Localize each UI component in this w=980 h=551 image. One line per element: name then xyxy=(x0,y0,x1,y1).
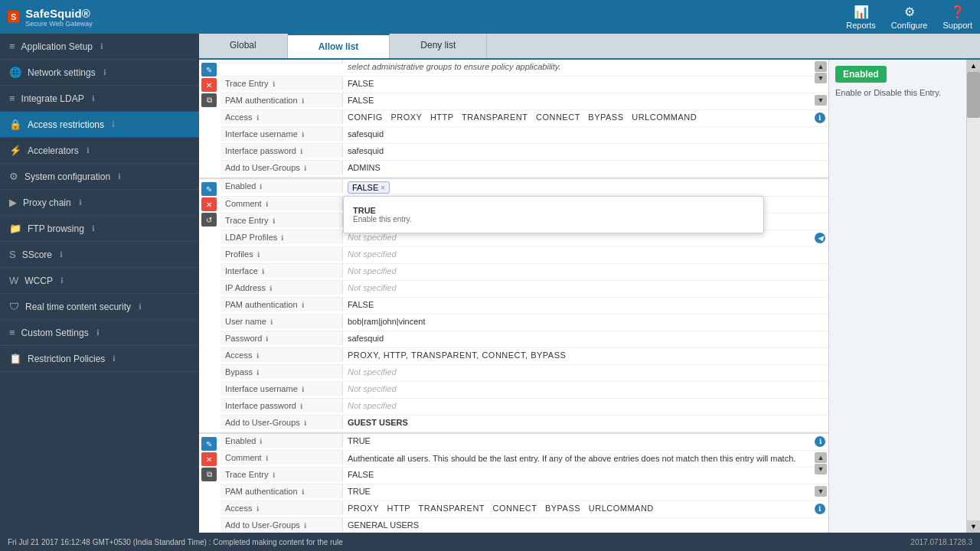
tab-global[interactable]: Global xyxy=(199,34,288,58)
sidebar-item-proxy-chain[interactable]: ▶ Proxy chain ℹ xyxy=(0,190,199,216)
sidebar-item-access-restrictions[interactable]: 🔒 Access restrictions ℹ xyxy=(0,112,199,138)
logo-area: S SafeSquid® Secure Web Gateway xyxy=(8,7,93,28)
restore-button-2[interactable]: ↺ xyxy=(201,213,217,227)
sidebar-item-custom-settings[interactable]: ≡ Custom Settings ℹ xyxy=(0,320,199,346)
scrollbar-down-button[interactable]: ▼ xyxy=(967,520,981,533)
bypass-row: Bypass ℹ Not specified xyxy=(220,365,828,382)
system-config-icon: ⚙ xyxy=(9,171,18,182)
copy-button-3[interactable]: ⧉ xyxy=(201,468,217,481)
access-restrictions-icon: 🔒 xyxy=(9,119,21,130)
edit-button[interactable]: ✎ xyxy=(201,63,217,77)
tab-deny-list[interactable]: Deny list xyxy=(390,34,487,58)
pam2-help-icon: ℹ xyxy=(302,302,304,309)
restriction-policies-icon: 📋 xyxy=(9,353,21,364)
tag-value: FALSE xyxy=(352,183,378,192)
enabled-info-icon[interactable]: ℹ xyxy=(815,436,825,447)
ip-address-value: Not specified xyxy=(343,281,828,295)
sidebar-item-sscore[interactable]: S SScore ℹ xyxy=(0,242,199,268)
username-label: User name ℹ xyxy=(220,315,343,328)
access-info-icon[interactable]: ℹ xyxy=(815,112,825,123)
trace-entry-label: Trace Entry ℹ xyxy=(220,77,343,90)
right-panel: Enabled Enable or Disable this Entry. xyxy=(828,60,966,533)
scroll-up-button[interactable]: ▲ xyxy=(815,61,827,72)
scrollbar-thumb[interactable] xyxy=(967,72,980,118)
pam-scroll-down-button[interactable]: ▼ xyxy=(815,95,827,106)
sidebar-item-system-configuration[interactable]: ⚙ System configuration ℹ xyxy=(0,164,199,190)
configure-icon: ⚙ xyxy=(904,5,915,19)
ip-address-row: IP Address ℹ Not specified xyxy=(220,281,828,298)
main-scrollbar[interactable]: ▲ ▼ xyxy=(966,60,980,533)
entry-2-actions: ✎ ✕ ↺ xyxy=(199,179,220,230)
entry-1-actions: ✎ ✕ ⧉ xyxy=(199,60,220,110)
ip-help-icon: ℹ xyxy=(300,148,302,155)
help-icon: ℹ xyxy=(113,354,116,363)
ftp-browsing-icon: 📁 xyxy=(9,223,21,234)
option-title: TRUE xyxy=(353,206,754,215)
tag-remove-button[interactable]: × xyxy=(381,184,385,192)
pam-auth-row-2: PAM authentication ℹ FALSE xyxy=(220,298,828,315)
sidebar-item-network-settings[interactable]: 🌐 Network settings ℹ xyxy=(0,60,199,86)
un-help-icon: ℹ xyxy=(270,318,273,326)
sidebar-item-realtime-content[interactable]: 🛡 Real time content security ℹ xyxy=(0,294,199,320)
sidebar-item-accelerators[interactable]: ⚡ Accelerators ℹ xyxy=(0,138,199,164)
c3-help-icon: ℹ xyxy=(266,455,268,462)
delete-button-2[interactable]: ✕ xyxy=(201,197,217,211)
trace-entry-row-1: Trace Entry ℹ FALSE xyxy=(220,77,828,93)
pam-auth-label-2: PAM authentication ℹ xyxy=(220,298,343,311)
sidebar-item-label: Custom Settings xyxy=(21,328,89,338)
delete-button[interactable]: ✕ xyxy=(201,78,217,92)
edit-button-2[interactable]: ✎ xyxy=(201,182,217,196)
logo-icon: S xyxy=(8,11,19,23)
right-panel-description: Enable or Disable this Entry. xyxy=(835,87,960,99)
help-icon: ℹ xyxy=(96,328,100,337)
proxy-chain-icon: ▶ xyxy=(9,197,17,208)
interface-username-row-2: Interface username ℹ Not specified xyxy=(220,382,828,399)
wccp-icon: W xyxy=(9,275,18,286)
enabled-help-icon: ℹ xyxy=(260,183,262,191)
edit-button-3[interactable]: ✎ xyxy=(201,437,217,451)
tab-allow-list[interactable]: Allow list xyxy=(288,34,390,58)
sidebar-item-wccp[interactable]: W WCCP ℹ xyxy=(0,268,199,294)
scrollbar-up-button[interactable]: ▲ xyxy=(967,60,981,72)
bypass-label: Bypass ℹ xyxy=(220,365,343,379)
entry-3-actions: ✎ ✕ ⧉ xyxy=(199,434,220,484)
tag-text-input[interactable] xyxy=(392,183,498,192)
password-label: Password ℹ xyxy=(220,331,343,345)
support-nav[interactable]: ❓ Support xyxy=(942,5,972,30)
enabled-label-2: Enabled ℹ xyxy=(220,179,343,193)
profiles-value: Not specified xyxy=(343,247,828,261)
aug-help-icon: ℹ xyxy=(304,165,306,172)
sidebar-item-label: FTP browsing xyxy=(28,223,84,234)
empty-label xyxy=(220,60,343,64)
access-row-2: Access ℹ PROXY, HTTP, TRANSPARENT, CONNE… xyxy=(220,348,828,365)
interface-password-value-2: Not specified xyxy=(343,399,828,412)
pam-auth-value-3: TRUE ▼ xyxy=(343,484,828,498)
delete-button-3[interactable]: ✕ xyxy=(201,452,217,466)
sidebar-item-application-setup[interactable]: ≡ Application Setup ℹ xyxy=(0,34,199,60)
username-row: User name ℹ bob|ram|john|vincent xyxy=(220,315,828,331)
enabled-row-3: Enabled ℹ TRUE ℹ xyxy=(220,434,828,451)
reports-nav[interactable]: 📊 Reports xyxy=(846,5,876,30)
ldap-info-icon[interactable]: ◀ xyxy=(815,233,825,243)
add-user-groups-value-2: GUEST USERS xyxy=(343,416,828,429)
acc3-info-icon[interactable]: ℹ xyxy=(815,504,825,514)
password-row: Password ℹ safesquid xyxy=(220,331,828,348)
aug2-help-icon: ℹ xyxy=(304,419,306,427)
copy-button[interactable]: ⧉ xyxy=(201,93,217,107)
help-icon: ℹ xyxy=(92,94,95,103)
sidebar-item-integrate-ldap[interactable]: ≡ Integrate LDAP ℹ xyxy=(0,86,199,112)
acc3-help-icon: ℹ xyxy=(256,505,259,513)
sidebar-item-ftp-browsing[interactable]: 📁 FTP browsing ℹ xyxy=(0,216,199,242)
scrollbar-track[interactable] xyxy=(967,72,980,520)
entry3-scroll-up[interactable]: ▲ xyxy=(815,452,827,463)
pam-auth-label: PAM authentication ℹ xyxy=(220,93,343,107)
help-icon: ℹ xyxy=(118,172,121,181)
scroll-note-row: select administrative groups to ensure p… xyxy=(220,60,828,77)
ip2-help-icon: ℹ xyxy=(300,403,302,410)
sidebar-item-restriction-policies[interactable]: 📋 Restriction Policies ℹ xyxy=(0,346,199,372)
help-icon: ℹ xyxy=(87,146,90,155)
tag-input-area[interactable]: FALSE × TRUE Enable this entry. xyxy=(343,179,828,196)
pam3-scroll-down[interactable]: ▼ xyxy=(815,486,827,497)
configure-nav[interactable]: ⚙ Configure xyxy=(891,5,928,30)
dropdown-option-true[interactable]: TRUE Enable this entry. xyxy=(344,201,763,228)
